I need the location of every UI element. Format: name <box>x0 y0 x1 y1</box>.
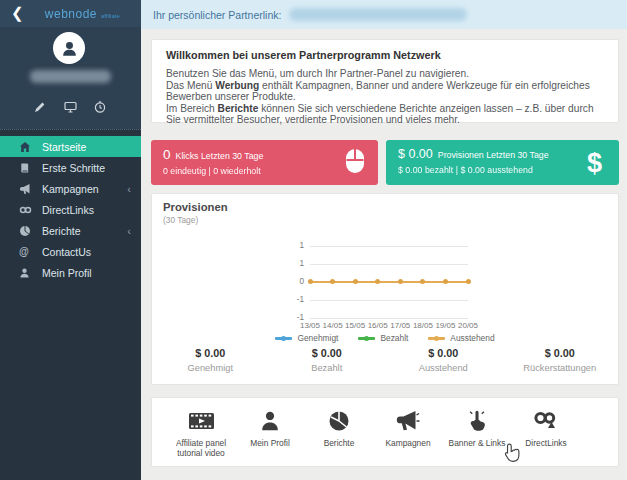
y-tick: 1 <box>278 241 304 251</box>
sidebar-item-label: ContactUs <box>42 246 91 258</box>
user-icon <box>60 39 79 58</box>
gridline <box>310 246 468 247</box>
partner-link-bar: Ihr persönlicher Partnerlink: <box>141 0 627 29</box>
chevron-left-icon: ‹ <box>127 225 141 237</box>
sidebar-item-mein-profil[interactable]: Mein Profil <box>0 262 141 283</box>
data-point <box>398 279 403 284</box>
clicks-label: Klicks Letzten 30 Tage <box>176 151 264 161</box>
data-point <box>330 279 335 284</box>
chevron-left-icon: ‹ <box>127 183 141 195</box>
welcome-line-1: Benutzen Sie das Menü, um durch Ihr Part… <box>166 68 604 80</box>
sidebar-item-label: Erste Schritte <box>42 162 105 174</box>
sidebar-logo-bar: ❮ webnode affiliate <box>0 0 141 27</box>
clicks-breakdown: 0 eindeutig | 0 wiederholt <box>163 166 366 176</box>
clicks-stat-card: 0 Klicks Letzten 30 Tage 0 eindeutig | 0… <box>151 140 378 185</box>
chart-subtitle: (30 Tage) <box>163 215 198 225</box>
data-point <box>443 279 448 284</box>
megaphone-icon <box>19 183 32 195</box>
gridline <box>310 300 468 301</box>
user-icon <box>259 409 281 433</box>
history-clock-icon[interactable] <box>94 99 107 112</box>
shortcut-berichte[interactable]: Berichte <box>306 406 372 448</box>
data-point <box>353 279 358 284</box>
sidebar-item-startseite[interactable]: Startseite <box>0 136 141 157</box>
data-point <box>420 279 425 284</box>
sidebar: ❮ webnode affiliate <box>0 0 141 480</box>
sidebar-item-contactus[interactable]: @ ContactUs <box>0 241 141 262</box>
y-tick: -1 <box>278 295 304 305</box>
links-icon <box>533 410 559 431</box>
sidebar-item-kampagnen[interactable]: Kampagnen ‹ <box>0 178 141 199</box>
welcome-title: Willkommen bei unserem Partnerprogramm N… <box>166 49 604 61</box>
gridline <box>310 318 468 319</box>
film-icon <box>188 410 215 432</box>
legend-marker <box>358 337 375 340</box>
legend-marker <box>428 337 445 340</box>
mouse-icon <box>345 148 365 178</box>
avatar <box>53 32 85 64</box>
provisions-chart-card: Provisionen (30 Tage) 1 1 0 -1 -1 13/05 … <box>151 193 619 385</box>
commissions-value: $ 0.00 <box>398 147 433 161</box>
shortcuts-card: Affiliate panel tutorial video Mein Prof… <box>151 397 619 467</box>
webnode-logo: webnode affiliate <box>24 7 141 21</box>
monitor-icon[interactable] <box>64 99 77 112</box>
y-tick: 0 <box>278 277 304 287</box>
user-icon <box>19 267 32 279</box>
legend-item-bezahlt: Bezahlt <box>358 333 408 343</box>
shortcut-tutorial-video[interactable]: Affiliate panel tutorial video <box>168 406 234 458</box>
links-icon <box>19 204 32 216</box>
affiliate-panel-app: ❮ webnode affiliate <box>0 0 627 480</box>
shortcut-banner-links[interactable]: Banner & Links <box>444 406 510 448</box>
username-redacted <box>30 70 111 83</box>
commissions-label: Provisionen Letzten 30 Tage <box>438 150 549 160</box>
sidebar-item-label: Kampagnen <box>42 183 99 195</box>
sidebar-divider <box>0 129 141 130</box>
legend-item-genehmigt: Genehmigt <box>275 333 338 343</box>
welcome-line-3: Im Bereich Berichte können Sie sich vers… <box>166 103 604 126</box>
sidebar-item-directlinks[interactable]: DirectLinks <box>0 199 141 220</box>
total-rueckerstattungen: $ 0.00 Rückerstattungen <box>502 347 619 373</box>
edit-pencil-icon[interactable] <box>34 99 47 112</box>
sidebar-item-label: Startseite <box>42 141 86 153</box>
data-point <box>308 279 313 284</box>
book-icon <box>19 162 32 174</box>
data-point <box>375 279 380 284</box>
shortcut-kampagnen[interactable]: Kampagnen <box>375 406 441 448</box>
sidebar-item-erste-schritte[interactable]: Erste Schritte <box>0 157 141 178</box>
home-icon <box>19 141 32 153</box>
legend-marker <box>275 337 292 340</box>
partner-link-redacted <box>289 8 467 21</box>
clicks-value: 0 <box>163 147 171 162</box>
megaphone-icon <box>396 409 420 433</box>
profile-quick-actions <box>0 99 141 112</box>
total-ausstehend: $ 0.00 Ausstehend <box>385 347 502 373</box>
shortcut-directlinks[interactable]: DirectLinks <box>513 406 579 448</box>
at-icon: @ <box>19 246 32 258</box>
shortcut-mein-profil[interactable]: Mein Profil <box>237 406 303 448</box>
total-genehmigt: $ 0.00 Genehmigt <box>152 347 269 373</box>
total-bezahlt: $ 0.00 Bezahlt <box>269 347 386 373</box>
partner-link-label: Ihr persönlicher Partnerlink: <box>153 9 281 21</box>
sidebar-item-label: Berichte <box>42 225 81 237</box>
y-tick: 1 <box>278 259 304 269</box>
data-point <box>466 279 471 284</box>
sidebar-item-label: DirectLinks <box>42 204 94 216</box>
commissions-stat-card: $ 0.00 Provisionen Letzten 30 Tage $ 0.0… <box>386 140 619 185</box>
hand-click-icon <box>466 409 489 433</box>
commissions-breakdown: $ 0.00 bezahlt | $ 0.00 ausstehend <box>398 165 607 175</box>
pie-chart-icon <box>327 409 351 433</box>
dollar-icon: $ <box>587 149 602 176</box>
chart-legend: Genehmigt Bezahlt Ausstehend <box>152 333 618 343</box>
collapse-sidebar-icon[interactable]: ❮ <box>0 5 24 22</box>
sidebar-item-berichte[interactable]: Berichte ‹ <box>0 220 141 241</box>
pie-chart-icon <box>19 225 32 237</box>
sidebar-item-label: Mein Profil <box>42 267 92 279</box>
legend-item-ausstehend: Ausstehend <box>428 333 494 343</box>
totals-row: $ 0.00 Genehmigt $ 0.00 Bezahlt $ 0.00 A… <box>152 347 618 373</box>
welcome-card: Willkommen bei unserem Partnerprogramm N… <box>151 39 619 123</box>
welcome-line-2: Das Menü Werbung enthält Kampagnen, Bann… <box>166 80 604 103</box>
chart-title: Provisionen <box>163 201 228 213</box>
x-tick: 20/05 <box>453 321 483 330</box>
hand-cursor-icon <box>504 443 522 467</box>
sidebar-menu: Startseite Erste Schritte Kampagnen ‹ Di… <box>0 136 141 283</box>
